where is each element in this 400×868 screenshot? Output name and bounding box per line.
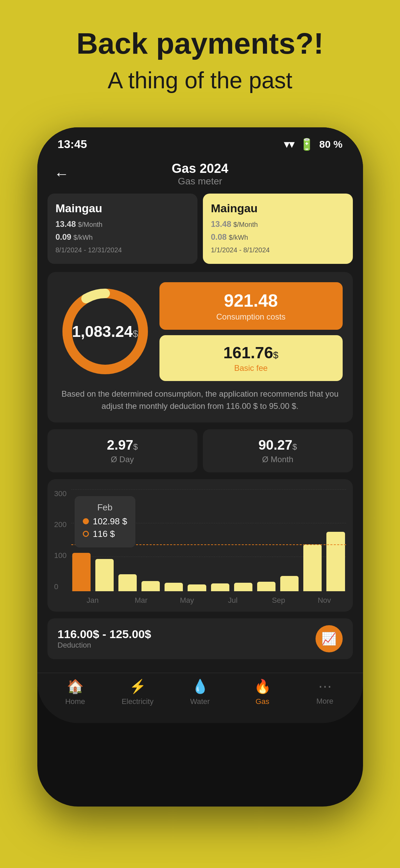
basic-fee-currency: $: [273, 350, 279, 360]
tooltip-row-1: 102.98 $: [83, 516, 127, 527]
chart-bar-group-11: [325, 532, 346, 591]
nav-label-more: More: [316, 697, 333, 706]
y-label-0: 0: [54, 582, 67, 591]
chart-bar-10: [303, 544, 322, 591]
tariff-card-0[interactable]: Maingau 13.48 $/Month 0.09 $/kWh 8/1/202…: [47, 194, 197, 264]
nav-label-electricity: Electricity: [121, 697, 153, 706]
status-bar: 13:45 ▾▾ 🔋 80 %: [37, 127, 363, 155]
stat-label-1: Ø Month: [211, 455, 345, 464]
page-subtitle: Gas meter: [79, 176, 321, 187]
tariff-cards: Maingau 13.48 $/Month 0.09 $/kWh 8/1/202…: [47, 194, 353, 264]
nav-item-gas[interactable]: 🔥 Gas: [231, 679, 294, 706]
main-cost-card: 1,083.24$ 921.48 Consumption costs 161.7…: [47, 272, 353, 422]
chart-bar-group-7: [233, 583, 253, 591]
tariff-name-0: Maingau: [56, 202, 189, 215]
chart-area: 300 200 100 0: [54, 489, 346, 605]
nav-label-water: Water: [190, 697, 210, 706]
x-label-mar: Mar: [120, 596, 163, 605]
basic-fee-amount: 161.76$: [169, 343, 333, 362]
donut-center: 1,083.24$: [72, 322, 138, 341]
tooltip-value1: 102.98 $: [93, 516, 127, 527]
cost-overview: 1,083.24$ 921.48 Consumption costs 161.7…: [58, 282, 343, 381]
y-label-100: 100: [54, 551, 67, 560]
tariff-card-1[interactable]: Maingau 13.48 $/Month 0.08 $/kWh 1/1/202…: [203, 194, 353, 264]
deduction-amount: 116.00$ - 125.00$: [58, 628, 151, 641]
promo-section: Back payments?! A thing of the past: [0, 0, 400, 107]
tooltip-value2: 116 $: [93, 529, 115, 539]
more-icon: ⋯: [318, 679, 332, 694]
chart-section: 300 200 100 0: [47, 479, 353, 612]
consumption-card[interactable]: 921.48 Consumption costs: [159, 282, 343, 330]
screen-content: Maingau 13.48 $/Month 0.09 $/kWh 8/1/202…: [37, 194, 363, 673]
electricity-icon: ⚡: [129, 679, 146, 694]
stat-card-1: 90.27$ Ø Month: [203, 429, 353, 472]
x-label-jul: Jul: [211, 596, 254, 605]
nav-label-gas: Gas: [255, 697, 269, 706]
deduction-info: 116.00$ - 125.00$ Deduction: [58, 628, 151, 650]
page-title: Gas 2024: [79, 161, 321, 176]
status-time: 13:45: [58, 138, 87, 151]
nav-title-group: Gas 2024 Gas meter: [79, 161, 321, 187]
chart-bar-9: [280, 576, 299, 591]
promo-title: Back payments?!: [14, 27, 386, 60]
stats-row: 2.97$ Ø Day 90.27$ Ø Month: [47, 429, 353, 472]
chart-bar-4: [165, 583, 183, 591]
y-label-200: 200: [54, 520, 67, 529]
promo-subtitle: A thing of the past: [14, 67, 386, 93]
stat-label-0: Ø Day: [56, 455, 189, 464]
consumption-label: Consumption costs: [169, 312, 333, 322]
stat-card-0: 2.97$ Ø Day: [47, 429, 197, 472]
gas-icon: 🔥: [254, 679, 271, 694]
recommendation-text: Based on the determined consumption, the…: [58, 388, 343, 412]
nav-item-electricity[interactable]: ⚡ Electricity: [107, 679, 169, 706]
cost-cards-right: 921.48 Consumption costs 161.76$ Basic f…: [159, 282, 343, 381]
chart-bar-group-4: [164, 583, 184, 591]
nav-label-home: Home: [65, 697, 85, 706]
back-button[interactable]: ←: [54, 165, 69, 182]
chart-bar-group-9: [279, 576, 300, 591]
status-right: ▾▾ 🔋 80 %: [284, 138, 342, 151]
x-label-may: May: [166, 596, 209, 605]
chart-bar-group-5: [187, 584, 207, 591]
chart-bar-7: [234, 583, 252, 591]
chart-bar-6: [211, 583, 229, 591]
chart-bar-5: [188, 584, 206, 591]
chart-bar-8: [257, 582, 275, 591]
nav-item-more[interactable]: ⋯ More: [294, 679, 356, 706]
donut-chart: 1,083.24$: [58, 284, 153, 379]
chart-tooltip: Feb 102.98 $ 116 $: [75, 496, 135, 547]
trend-icon: 📈: [321, 632, 337, 646]
total-currency: $: [133, 328, 138, 339]
chart-bar-1: [95, 559, 114, 591]
chart-bar-3: [141, 581, 160, 591]
chart-bar-group-8: [256, 582, 277, 591]
chart-bar-2: [118, 574, 137, 591]
stat-amount-1: 90.27$: [211, 437, 345, 453]
basic-fee-label: Basic fee: [169, 363, 333, 373]
tooltip-dot-outline: [83, 531, 89, 537]
bottom-nav: 🏠 Home ⚡ Electricity 💧 Water 🔥 Gas ⋯ Mor…: [37, 673, 363, 723]
chart-bar-group-1: [94, 559, 115, 591]
basic-fee-card[interactable]: 161.76$ Basic fee: [159, 335, 343, 381]
x-label-nov: Nov: [303, 596, 346, 605]
trend-button[interactable]: 📈: [316, 625, 343, 652]
chart-bar-0: [72, 553, 91, 591]
tooltip-dot-filled: [83, 518, 89, 524]
tariff-name-1: Maingau: [211, 202, 345, 215]
chart-bar-group-6: [210, 583, 230, 591]
y-label-300: 300: [54, 489, 67, 498]
wifi-icon: ▾▾: [284, 138, 294, 150]
nav-item-home[interactable]: 🏠 Home: [44, 679, 107, 706]
chart-bar-group-2: [117, 574, 138, 591]
nav-item-water[interactable]: 💧 Water: [169, 679, 231, 706]
chart-x-labels: Jan Mar May Jul Sep Nov: [71, 596, 346, 605]
nav-header: ← Gas 2024 Gas meter: [37, 155, 363, 194]
home-icon: 🏠: [67, 679, 84, 694]
battery-level: 80 %: [319, 139, 342, 150]
phone-screen: 13:45 ▾▾ 🔋 80 % ← Gas 2024 Gas meter Mai…: [37, 127, 363, 723]
chart-bar-11: [326, 532, 345, 591]
total-amount: 1,083.24: [72, 323, 133, 340]
water-icon: 💧: [192, 679, 209, 694]
chart-bar-group-10: [302, 544, 323, 591]
consumption-amount: 921.48: [169, 290, 333, 311]
